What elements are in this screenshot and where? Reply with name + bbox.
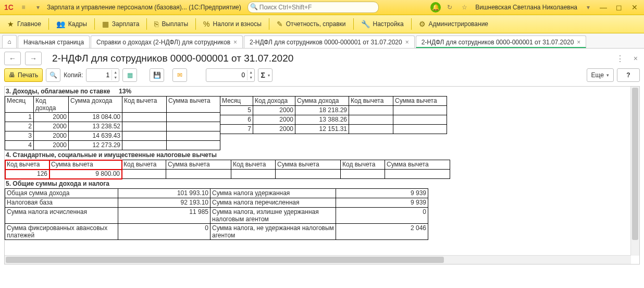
col-sum: Сумма дохода xyxy=(295,97,349,106)
sum-button[interactable]: Σ▾ xyxy=(258,68,273,82)
table-row: 1200018 084.00 xyxy=(5,113,220,122)
tab-1[interactable]: Справки о доходах (2-НДФЛ) для сотрудник… xyxy=(91,35,243,48)
menu-taxes[interactable]: %Налоги и взносы xyxy=(198,18,267,30)
copies-spinner[interactable]: ▲▼ xyxy=(86,68,119,82)
table-row: 5200018 218.29 xyxy=(220,106,447,115)
menu-label: Настройка xyxy=(373,20,404,28)
col-month: Месяц xyxy=(220,97,253,106)
copies-input[interactable] xyxy=(86,71,112,79)
more-button[interactable]: Еще xyxy=(587,68,614,82)
close-window-button[interactable]: ✕ xyxy=(628,3,641,11)
floppy-icon: 💾 xyxy=(153,71,161,79)
sigma-icon: Σ xyxy=(261,71,265,79)
section4-heading: 4. Стандартные, социальные и имущественн… xyxy=(5,150,639,160)
cash-icon: ⎘ xyxy=(154,20,158,28)
col-sum: Сумма дохода xyxy=(69,97,122,113)
menu-salary[interactable]: ▦Зарплата xyxy=(97,18,145,30)
menu-label: Налоги и взносы xyxy=(213,20,262,28)
close-icon[interactable]: × xyxy=(405,39,409,46)
spin-up-icon[interactable]: ▲ xyxy=(112,70,119,75)
table-row: 126 9 800.00 xyxy=(5,170,450,179)
calculator-icon: ▦ xyxy=(102,20,109,28)
table-row: Общая сумма дохода101 993.10 Сумма налог… xyxy=(5,189,428,198)
nav-forward-button[interactable]: → xyxy=(25,52,42,65)
history-icon[interactable]: ↻ xyxy=(444,2,455,13)
kebab-icon[interactable]: ⋮ xyxy=(613,54,627,64)
page-close-button[interactable]: × xyxy=(631,54,640,63)
save-button[interactable]: 💾 xyxy=(150,68,164,82)
table-button[interactable]: ▦ xyxy=(122,68,137,82)
totals-table: Общая сумма дохода101 993.10 Сумма налог… xyxy=(5,188,428,240)
home-tab[interactable]: ⌂ xyxy=(2,35,17,48)
toolbar: 🖶 Печать 🔍 Копий: ▲▼ ▦ 💾 ✉ ▲▼ Σ▾ Еще ? xyxy=(4,68,640,82)
menu-reports[interactable]: ✎Отчетность, справки xyxy=(271,18,351,30)
menu-label: Выплаты xyxy=(162,20,188,28)
col-dcode: Код вычета xyxy=(5,160,49,170)
tab-2[interactable]: 2-НДФЛ для сотрудников 0000-000001 от 31… xyxy=(244,35,415,48)
mail-button[interactable]: ✉ xyxy=(172,68,187,82)
wrench-icon: 🔧 xyxy=(361,20,370,28)
section3-heading: 3. Доходы, облагаемые по ставке 13% xyxy=(5,87,639,96)
print-button[interactable]: 🖶 Печать xyxy=(4,68,43,82)
help-button[interactable]: ? xyxy=(617,68,640,82)
table-row: Сумма фиксированных авансовых платежей0 … xyxy=(5,224,428,240)
tabbar: ⌂ Начальная страница Справки о доходах (… xyxy=(0,33,644,49)
col-code: Код дохода xyxy=(34,97,69,113)
hamburger-icon[interactable]: ≡ xyxy=(18,2,29,13)
col-dsum: Сумма вычета xyxy=(49,160,122,170)
menubar: ★Главное 👥Кадры ▦Зарплата ⎘Выплаты %Нало… xyxy=(0,15,644,33)
scrollbar-thumb[interactable] xyxy=(632,88,638,240)
tab-start-page[interactable]: Начальная страница xyxy=(18,35,90,48)
dropdown-icon[interactable]: ▾ xyxy=(32,2,44,13)
tab-label: 2-НДФЛ для сотрудников 0000-000001 от 31… xyxy=(250,39,402,46)
section5-heading: 5. Общие суммы дохода и налога xyxy=(5,179,639,188)
vertical-scrollbar[interactable] xyxy=(630,87,639,256)
copies-label: Копий: xyxy=(64,71,83,79)
report-area[interactable]: 3. Доходы, облагаемые по ставке 13% Меся… xyxy=(4,86,640,265)
star-icon[interactable]: ☆ xyxy=(459,2,470,13)
global-search[interactable]: 🔍 xyxy=(247,2,362,13)
scrollbar-thumb[interactable] xyxy=(6,257,444,263)
spin-up-icon[interactable]: ▲ xyxy=(247,70,254,75)
document-icon: ✎ xyxy=(277,20,283,28)
minimize-button[interactable]: — xyxy=(597,3,610,11)
menu-settings[interactable]: 🔧Настройка xyxy=(356,18,409,30)
titlebar: 1С ≡ ▾ Зарплата и управление персоналом … xyxy=(0,0,644,15)
horizontal-scrollbar[interactable] xyxy=(5,255,631,264)
user-dropdown-icon[interactable]: ▾ xyxy=(583,2,594,13)
table-row: 7200012 151.31 xyxy=(220,125,447,134)
number-spinner[interactable]: ▲▼ xyxy=(206,68,255,82)
percent-icon: % xyxy=(203,20,209,28)
more-label: Еще xyxy=(591,71,604,79)
menu-payments[interactable]: ⎘Выплаты xyxy=(149,18,193,30)
menu-main[interactable]: ★Главное xyxy=(2,18,46,30)
spin-down-icon[interactable]: ▼ xyxy=(247,75,254,80)
col-dsum: Сумма вычета xyxy=(393,97,447,106)
close-icon[interactable]: × xyxy=(577,39,580,46)
help-label: ? xyxy=(626,71,630,79)
col-code: Код дохода xyxy=(253,97,295,106)
menu-admin[interactable]: ⚙Администрирование xyxy=(414,18,493,30)
table-row: 3200014 639.43 xyxy=(5,131,220,141)
menu-label: Отчетность, справки xyxy=(286,20,346,28)
nav-back-button[interactable]: ← xyxy=(4,52,21,65)
star-solid-icon: ★ xyxy=(7,20,14,28)
table-row: 6200013 388.26 xyxy=(220,115,447,125)
maximize-button[interactable]: ◻ xyxy=(613,3,625,11)
bell-icon[interactable]: 🔔 xyxy=(430,2,441,13)
printer-icon: 🖶 xyxy=(9,71,15,79)
print-label: Печать xyxy=(18,71,38,79)
menu-label: Главное xyxy=(17,20,41,28)
page: ← → 2-НДФЛ для сотрудников 0000-000001 о… xyxy=(0,49,644,269)
close-icon[interactable]: × xyxy=(233,39,237,46)
menu-staff[interactable]: 👥Кадры xyxy=(51,18,92,30)
page-header: ← → 2-НДФЛ для сотрудников 0000-000001 о… xyxy=(4,52,640,65)
col-dcode: Код вычета xyxy=(349,97,393,106)
user-name[interactable]: Вишневская Светлана Николаевна xyxy=(473,4,579,11)
number-input[interactable] xyxy=(206,71,247,79)
menu-label: Кадры xyxy=(68,20,87,28)
preview-button[interactable]: 🔍 xyxy=(46,68,60,82)
tab-3[interactable]: 2-НДФЛ для сотрудников 0000-000001 от 31… xyxy=(416,35,587,48)
search-input[interactable] xyxy=(247,2,379,13)
spin-down-icon[interactable]: ▼ xyxy=(112,75,119,80)
